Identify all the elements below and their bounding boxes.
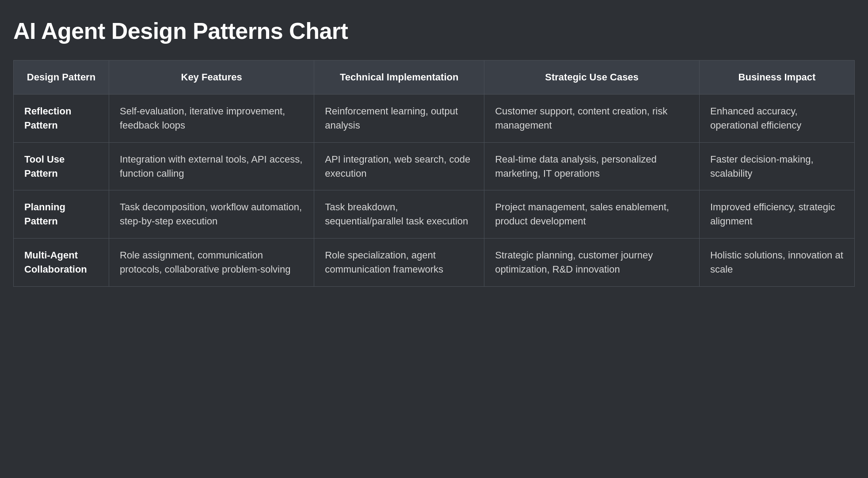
- cell-strategic: Project management, sales enablement, pr…: [484, 190, 700, 239]
- cell-pattern: Planning Pattern: [14, 190, 109, 239]
- table-header-row: Design Pattern Key Features Technical Im…: [14, 61, 855, 95]
- header-business-impact: Business Impact: [699, 61, 854, 95]
- cell-features: Task decomposition, workflow automation,…: [109, 190, 314, 239]
- cell-pattern: Reflection Pattern: [14, 94, 109, 142]
- cell-technical: API integration, web search, code execut…: [314, 142, 484, 190]
- header-strategic-use-cases: Strategic Use Cases: [484, 61, 700, 95]
- header-technical-implementation: Technical Implementation: [314, 61, 484, 95]
- cell-business: Faster decision-making, scalability: [699, 142, 854, 190]
- cell-features: Role assignment, communication protocols…: [109, 239, 314, 287]
- cell-strategic: Customer support, content creation, risk…: [484, 94, 700, 142]
- cell-pattern: Multi-Agent Collaboration: [14, 239, 109, 287]
- cell-business: Holistic solutions, innovation at scale: [699, 239, 854, 287]
- cell-technical: Task breakdown, sequential/parallel task…: [314, 190, 484, 239]
- cell-technical: Role specialization, agent communication…: [314, 239, 484, 287]
- patterns-table: Design Pattern Key Features Technical Im…: [13, 60, 855, 287]
- cell-strategic: Real-time data analysis, personalized ma…: [484, 142, 700, 190]
- page-title: AI Agent Design Patterns Chart: [13, 18, 855, 44]
- cell-pattern: Tool Use Pattern: [14, 142, 109, 190]
- cell-features: Self-evaluation, iterative improvement, …: [109, 94, 314, 142]
- table-row: Planning PatternTask decomposition, work…: [14, 190, 855, 239]
- cell-features: Integration with external tools, API acc…: [109, 142, 314, 190]
- cell-business: Enhanced accuracy, operational efficienc…: [699, 94, 854, 142]
- table-row: Multi-Agent CollaborationRole assignment…: [14, 239, 855, 287]
- table-row: Reflection PatternSelf-evaluation, itera…: [14, 94, 855, 142]
- cell-business: Improved efficiency, strategic alignment: [699, 190, 854, 239]
- cell-strategic: Strategic planning, customer journey opt…: [484, 239, 700, 287]
- header-key-features: Key Features: [109, 61, 314, 95]
- table-row: Tool Use PatternIntegration with externa…: [14, 142, 855, 190]
- cell-technical: Reinforcement learning, output analysis: [314, 94, 484, 142]
- header-design-pattern: Design Pattern: [14, 61, 109, 95]
